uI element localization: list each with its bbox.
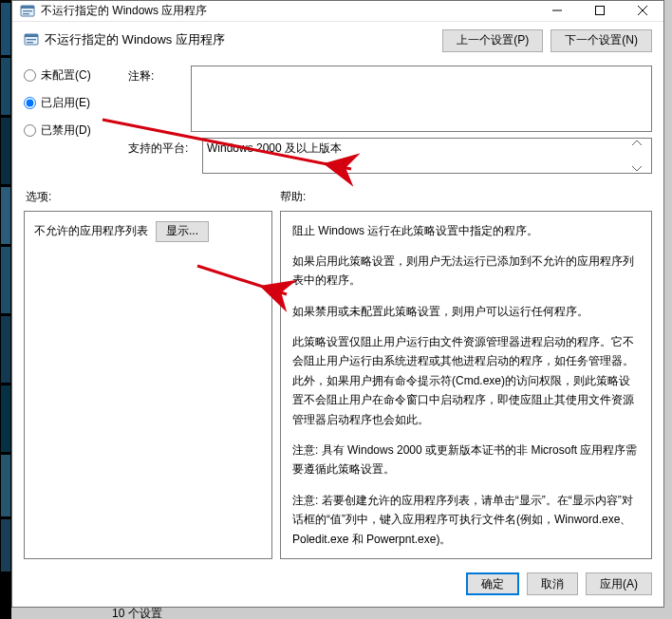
svg-rect-5 [595,7,604,15]
svg-rect-3 [23,13,29,14]
radio-not-configured[interactable]: 未配置(C) [24,67,128,84]
svg-rect-2 [23,10,32,11]
dialog-window: 不运行指定的 Windows 应用程序 不运行指定的 [11,0,664,608]
show-button[interactable]: 显示... [156,221,209,242]
policy-icon [24,31,39,47]
help-text: 如果启用此策略设置，则用户无法运行已添加到不允许的应用程序列表中的程序。 [292,252,640,291]
policy-title: 不运行指定的 Windows 应用程序 [45,29,442,48]
radio-label: 已启用(E) [41,95,90,111]
scrollbar-icon[interactable] [632,141,647,171]
radio-label: 已禁用(D) [41,122,91,139]
radio-enabled[interactable]: 已启用(E) [24,95,128,111]
minimize-button[interactable] [535,1,578,21]
cancel-button[interactable]: 取消 [527,572,578,595]
radio-disabled[interactable]: 已禁用(D) [24,122,128,139]
window-title: 不运行指定的 Windows 应用程序 [41,3,535,19]
help-text: 此策略设置仅阻止用户运行由文件资源管理器进程启动的程序。它不会阻止用户运行由系统… [292,332,640,429]
help-text: 注意: 具有 Windows 2000 或更新版本证书的非 Microsoft … [292,441,640,479]
platform-label: 支持的平台: [128,138,196,157]
maximize-button[interactable] [578,1,621,21]
radio-label: 未配置(C) [41,67,91,84]
help-text: 如果禁用或未配置此策略设置，则用户可以运行任何程序。 [292,302,640,321]
title-bar: 不运行指定的 Windows 应用程序 [12,1,663,22]
options-label: 选项: [24,189,280,205]
svg-rect-11 [27,42,33,43]
options-pane: 不允许的应用程序列表 显示... [24,211,272,559]
ok-button[interactable]: 确定 [466,572,519,595]
platform-value: Windows 2000 及以上版本 [207,141,342,171]
disallow-list-label: 不允许的应用程序列表 [34,223,148,239]
platform-textbox: Windows 2000 及以上版本 [202,138,652,174]
previous-setting-button[interactable]: 上一个设置(P) [442,29,543,52]
help-pane: 阻止 Windows 运行在此策略设置中指定的程序。 如果启用此策略设置，则用户… [280,211,652,559]
apply-button[interactable]: 应用(A) [586,572,652,595]
comment-textbox[interactable] [191,66,652,132]
app-icon [20,3,35,18]
help-text: 阻止 Windows 运行在此策略设置中指定的程序。 [292,221,640,240]
help-text: 注意: 若要创建允许的应用程序列表，请单击“显示”。在“显示内容”对话框的“值”… [292,491,640,549]
bg-statusbar-text: 10 个设置 [112,606,162,619]
help-label: 帮助: [280,189,652,205]
close-button[interactable] [621,1,663,21]
next-setting-button[interactable]: 下一个设置(N) [551,29,652,52]
svg-rect-10 [27,39,36,40]
comment-label: 注释: [128,66,185,84]
svg-rect-9 [25,34,38,37]
svg-rect-1 [21,6,34,9]
